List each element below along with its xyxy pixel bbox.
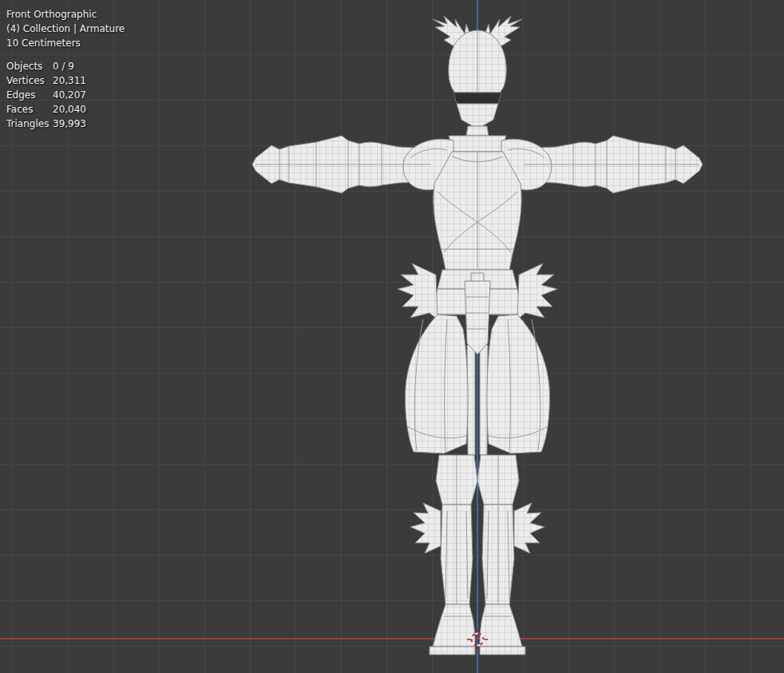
stat-value: 39,993 [53,117,86,131]
stat-row-edges: Edges 40,207 [6,88,125,102]
stat-label: Faces [6,102,46,117]
stat-label: Vertices [6,73,46,88]
stat-row-triangles: Triangles 39,993 [6,117,125,131]
hip-wing-left [398,263,438,319]
stat-row-objects: Objects 0 / 9 [6,59,125,73]
helmet-visor [453,93,501,104]
neck [466,126,489,136]
3d-viewport[interactable]: Front Orthographic (4) Collection | Arma… [0,0,784,673]
view-name-label: Front Orthographic [6,7,125,22]
stat-value: 20,040 [53,102,86,117]
stat-value: 0 / 9 [53,59,74,73]
stat-row-vertices: Vertices 20,311 [6,73,125,88]
hip-wing-right [517,263,557,319]
3d-cursor [465,627,489,651]
tasset-right [487,315,549,453]
stat-value: 20,311 [53,73,86,88]
groin-plate [465,281,490,354]
stat-label: Triangles [6,117,46,131]
scene-statistics: Objects 0 / 9 Vertices 20,311 Edges 40,2… [6,59,125,131]
stat-value: 40,207 [53,88,86,102]
collection-label: (4) Collection | Armature [6,22,125,36]
stat-row-faces: Faces 20,040 [6,102,125,117]
gorget [449,136,506,152]
viewport-text-overlay: Front Orthographic (4) Collection | Arma… [6,7,125,131]
knee-wing-right [514,503,544,553]
model-armature[interactable] [252,16,703,655]
knee-wing-left [410,503,441,553]
stat-label: Objects [6,59,46,73]
stat-label: Edges [6,88,46,102]
tasset-left [406,315,468,453]
helmet-chin-guard [457,104,498,126]
grid-scale-label: 10 Centimeters [6,36,125,50]
